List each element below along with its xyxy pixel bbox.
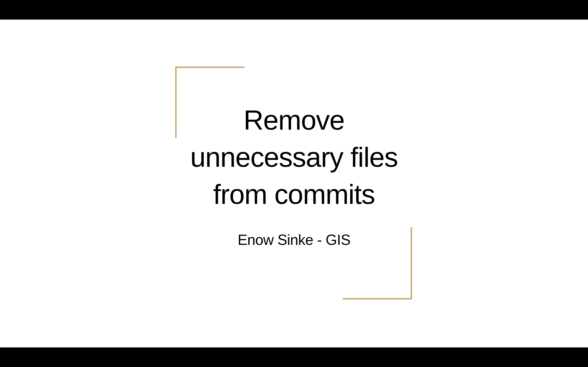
title-line-3: from commits [0,176,588,213]
slide-title: Remove unnecessary files from commits [0,101,588,213]
slide-subtitle: Enow Sinke - GIS [0,231,588,248]
title-line-1: Remove [0,101,588,139]
title-line-2: unnecessary files [0,139,588,176]
slide-content: Remove unnecessary files from commits En… [0,101,588,248]
presentation-slide: Remove unnecessary files from commits En… [0,20,588,347]
